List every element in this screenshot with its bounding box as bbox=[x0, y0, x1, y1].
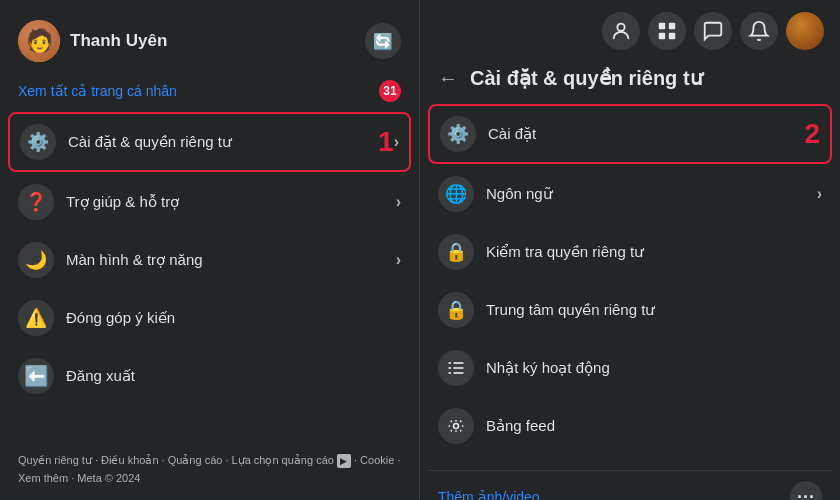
display-label: Màn hình & trợ năng bbox=[66, 251, 396, 269]
activity-log-icon-wrap bbox=[438, 350, 474, 386]
menu-item-settings-privacy[interactable]: ⚙️ Cài đặt & quyền riêng tư 1 › bbox=[8, 112, 411, 172]
language-label: Ngôn ngữ bbox=[486, 185, 817, 203]
display-icon-wrap: 🌙 bbox=[18, 242, 54, 278]
right-header: ← Cài đặt & quyền riêng tư bbox=[428, 58, 832, 104]
bottom-add-row: Thêm ảnh/video ··· bbox=[428, 470, 832, 500]
settings-privacy-icon-wrap: ⚙️ bbox=[20, 124, 56, 160]
step-number-2: 2 bbox=[804, 118, 820, 150]
feed-label: Bảng feed bbox=[486, 417, 822, 435]
right-panel-title: Cài đặt & quyền riêng tư bbox=[470, 66, 703, 90]
person-circle-icon[interactable] bbox=[602, 12, 640, 50]
left-panel: 🧑 Thanh Uyên 🔄 Xem tất cả trang cá nhân … bbox=[0, 0, 420, 500]
more-options-button[interactable]: ··· bbox=[790, 481, 822, 500]
globe-icon: 🌐 bbox=[445, 183, 467, 205]
top-nav bbox=[428, 12, 832, 58]
right-menu-item-privacy-check[interactable]: 🔒 Kiểm tra quyền riêng tư bbox=[428, 224, 832, 280]
feedback-label: Đóng góp ý kiến bbox=[66, 309, 401, 327]
grid-icon[interactable] bbox=[648, 12, 686, 50]
footer-text: Quyền riêng tư · Điều khoản · Quảng cáo … bbox=[18, 454, 400, 485]
user-avatar-nav[interactable] bbox=[786, 12, 824, 50]
play-icon: ▶ bbox=[337, 454, 351, 468]
settings-label: Cài đặt bbox=[488, 125, 796, 143]
right-menu: ⚙️ Cài đặt 2 🌐 Ngôn ngữ › 🔒 Kiểm tra quy… bbox=[428, 104, 832, 456]
chevron-right-icon: › bbox=[394, 133, 399, 151]
chevron-right-icon: › bbox=[396, 251, 401, 269]
view-profile-row: Xem tất cả trang cá nhân 31 bbox=[8, 76, 411, 112]
feed-icon bbox=[446, 416, 466, 436]
chevron-right-icon: › bbox=[396, 193, 401, 211]
question-icon: ❓ bbox=[25, 191, 47, 213]
messenger-icon[interactable] bbox=[694, 12, 732, 50]
privacy-center-icon-wrap: 🔒 bbox=[438, 292, 474, 328]
menu-item-logout[interactable]: ⬅️ Đăng xuất bbox=[8, 348, 411, 404]
feed-icon-wrap bbox=[438, 408, 474, 444]
settings-privacy-label: Cài đặt & quyền riêng tư bbox=[68, 133, 370, 151]
feedback-icon-wrap: ⚠️ bbox=[18, 300, 54, 336]
privacy-check-label: Kiểm tra quyền riêng tư bbox=[486, 243, 822, 261]
nav-icons bbox=[602, 12, 824, 50]
svg-rect-3 bbox=[659, 33, 665, 39]
feedback-icon: ⚠️ bbox=[25, 307, 47, 329]
right-menu-item-privacy-center[interactable]: 🔒 Trung tâm quyền riêng tư bbox=[428, 282, 832, 338]
reload-icon: 🔄 bbox=[373, 32, 393, 51]
gear-icon: ⚙️ bbox=[27, 131, 49, 153]
list-icon bbox=[446, 358, 466, 378]
moon-icon: 🌙 bbox=[25, 249, 47, 271]
right-menu-item-activity-log[interactable]: Nhật ký hoạt động bbox=[428, 340, 832, 396]
right-menu-item-feed[interactable]: Bảng feed bbox=[428, 398, 832, 454]
svg-point-0 bbox=[617, 24, 624, 31]
dots-icon: ··· bbox=[797, 487, 815, 501]
chevron-right-icon: › bbox=[817, 185, 822, 203]
menu-item-help-support[interactable]: ❓ Trợ giúp & hỗ trợ › bbox=[8, 174, 411, 230]
menu-item-display[interactable]: 🌙 Màn hình & trợ năng › bbox=[8, 232, 411, 288]
notification-badge: 31 bbox=[379, 80, 401, 102]
settings-icon-wrap: ⚙️ bbox=[440, 116, 476, 152]
logout-icon-wrap: ⬅️ bbox=[18, 358, 54, 394]
svg-rect-4 bbox=[669, 33, 675, 39]
svg-rect-2 bbox=[669, 23, 675, 29]
back-arrow-icon[interactable]: ← bbox=[438, 67, 458, 90]
logout-label: Đăng xuất bbox=[66, 367, 401, 385]
language-icon-wrap: 🌐 bbox=[438, 176, 474, 212]
user-row: 🧑 Thanh Uyên 🔄 bbox=[8, 12, 411, 70]
svg-rect-1 bbox=[659, 23, 665, 29]
svg-point-11 bbox=[454, 424, 459, 429]
user-name: Thanh Uyên bbox=[70, 31, 167, 51]
reload-button[interactable]: 🔄 bbox=[365, 23, 401, 59]
user-info: 🧑 Thanh Uyên bbox=[18, 20, 167, 62]
help-support-label: Trợ giúp & hỗ trợ bbox=[66, 193, 396, 211]
footer-links: Quyền riêng tư · Điều khoản · Quảng cáo … bbox=[8, 443, 411, 492]
gear-icon: ⚙️ bbox=[447, 123, 469, 145]
avatar[interactable]: 🧑 bbox=[18, 20, 60, 62]
lock-icon: 🔒 bbox=[445, 299, 467, 321]
help-support-icon-wrap: ❓ bbox=[18, 184, 54, 220]
menu-item-feedback[interactable]: ⚠️ Đóng góp ý kiến bbox=[8, 290, 411, 346]
logout-icon: ⬅️ bbox=[24, 364, 49, 388]
view-profile-link[interactable]: Xem tất cả trang cá nhân bbox=[18, 83, 177, 99]
right-menu-item-settings[interactable]: ⚙️ Cài đặt 2 bbox=[428, 104, 832, 164]
right-menu-item-language[interactable]: 🌐 Ngôn ngữ › bbox=[428, 166, 832, 222]
right-panel: ← Cài đặt & quyền riêng tư ⚙️ Cài đặt 2 … bbox=[420, 0, 840, 500]
bell-icon[interactable] bbox=[740, 12, 778, 50]
left-menu: ⚙️ Cài đặt & quyền riêng tư 1 › ❓ Trợ gi… bbox=[8, 112, 411, 406]
activity-log-label: Nhật ký hoạt động bbox=[486, 359, 822, 377]
add-photo-video-link[interactable]: Thêm ảnh/video bbox=[438, 489, 540, 500]
privacy-check-icon-wrap: 🔒 bbox=[438, 234, 474, 270]
step-number-1: 1 bbox=[378, 126, 394, 158]
privacy-center-label: Trung tâm quyền riêng tư bbox=[486, 301, 822, 319]
lock-check-icon: 🔒 bbox=[445, 241, 467, 263]
